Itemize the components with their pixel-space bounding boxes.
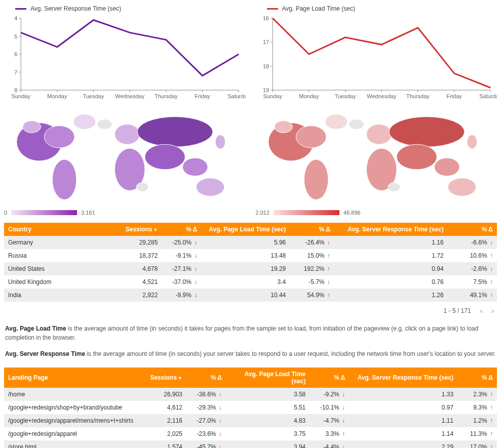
arrow-down-icon: ↓ — [342, 404, 345, 411]
table-row[interactable]: /store.html1,574-45.7% ↓3.94-4.4% ↓2.291… — [4, 440, 497, 448]
th-country[interactable]: Country — [4, 223, 103, 236]
cell-sessions: 4,521 — [103, 275, 162, 289]
th-l-plt-delta[interactable]: % Δ — [310, 368, 349, 388]
th-sessions-delta[interactable]: % Δ — [162, 223, 201, 236]
cell-sessions: 4,612 — [142, 401, 186, 414]
arrow-down-icon: ↓ — [194, 292, 197, 299]
cell-srt: 0.97 — [349, 401, 457, 414]
th-l-sessions-delta[interactable]: % Δ — [186, 368, 226, 388]
cell-country: Russia — [4, 249, 103, 262]
arrow-up-icon: ↑ — [327, 252, 330, 259]
cell-country: Germany — [4, 236, 103, 249]
plt-text: is the average amount of time (in second… — [5, 325, 478, 341]
table-row[interactable]: India2,922-9.9% ↓10.4454.9% ↑1.2649.1% ↑ — [4, 289, 497, 302]
svg-text:19: 19 — [263, 87, 269, 93]
svg-text:Tuesday: Tuesday — [334, 93, 356, 99]
svg-point-60 — [196, 178, 224, 196]
svg-point-52 — [23, 121, 41, 133]
srt-term: Avg. Server Response Time — [5, 350, 85, 357]
th-l-plt[interactable]: Avg. Page Load Time (sec) — [226, 368, 310, 388]
page-load-chart: Avg. Page Load Time (sec) 16171819Sunday… — [256, 4, 497, 101]
th-plt[interactable]: Avg. Page Load Time (sec) — [201, 223, 290, 236]
cell-sessions-delta: -9.9% ↓ — [162, 289, 201, 302]
arrow-up-icon: ↑ — [490, 252, 493, 259]
table-row[interactable]: United Kingdom4,521-37.0% ↓3.4-5.7% ↓0.7… — [4, 275, 497, 289]
svg-point-67 — [325, 114, 347, 130]
th-l-srt[interactable]: Avg. Server Response Time (sec) — [349, 368, 457, 388]
th-srt-delta[interactable]: % Δ — [448, 223, 497, 236]
cell-srt-delta: 9.3% ↑ — [457, 401, 497, 414]
arrow-up-icon: ↑ — [490, 430, 493, 437]
srt-text: is the average amount of time (in second… — [85, 350, 496, 357]
table-row[interactable]: /google+redesign/apparel2,025-23.6% ↓3.7… — [4, 427, 497, 440]
th-srt[interactable]: Avg. Server Response Time (sec) — [334, 223, 448, 236]
cell-sessions-delta: -38.6% ↓ — [186, 388, 226, 401]
svg-point-62 — [97, 119, 112, 130]
arrow-up-icon: ↑ — [327, 265, 330, 272]
server-response-chart: Avg. Server Response Time (sec) 45678Sun… — [4, 4, 246, 101]
table-row[interactable]: /google+redesign/apparel/mens/mens+t+shi… — [4, 414, 497, 427]
svg-point-73 — [434, 158, 459, 176]
cell-srt-delta: 49.1% ↑ — [448, 289, 497, 302]
svg-text:Thursday: Thursday — [406, 93, 429, 99]
table-row[interactable]: United States4,678-27.1% ↓19.29192.2% ↑0… — [4, 262, 497, 275]
th-sessions[interactable]: Sessions▼ — [103, 223, 162, 236]
table-row[interactable]: /home26,903-38.6% ↓3.58-9.2% ↓1.332.3% ↑ — [4, 388, 497, 401]
plt-term: Avg. Page Load Time — [5, 325, 66, 332]
page-map-svg — [256, 106, 497, 208]
cell-srt: 1.33 — [349, 388, 457, 401]
cell-plt-delta: -5.7% ↓ — [290, 275, 334, 289]
svg-text:Tuesday: Tuesday — [83, 93, 104, 99]
cell-plt: 5.51 — [226, 401, 310, 414]
cell-country: United Kingdom — [4, 275, 103, 289]
table-row[interactable]: Germany29,285-25.0% ↓5.96-26.4% ↓1.16-6.… — [4, 236, 497, 249]
pager-next-icon[interactable]: › — [491, 307, 494, 315]
cell-srt: 1.11 — [349, 414, 457, 427]
cell-srt: 1.26 — [334, 289, 448, 302]
cell-plt: 3.94 — [226, 440, 310, 448]
pager-prev-icon[interactable]: ‹ — [480, 307, 483, 315]
th-plt-delta[interactable]: % Δ — [290, 223, 334, 236]
cell-sessions-delta: -27.1% ↓ — [162, 262, 201, 275]
cell-sessions: 1,574 — [142, 440, 186, 448]
cell-sessions: 29,285 — [103, 236, 162, 249]
arrow-down-icon: ↓ — [194, 239, 197, 246]
cell-landing: /google+redesign/apparel/mens/mens+t+shi… — [4, 414, 142, 427]
cell-sessions: 4,678 — [103, 262, 162, 275]
svg-text:7: 7 — [14, 69, 17, 75]
cell-sessions-delta: -23.6% ↓ — [186, 427, 226, 440]
svg-text:Friday: Friday — [195, 93, 210, 99]
svg-point-72 — [396, 144, 436, 170]
svg-text:Wednesday: Wednesday — [367, 93, 396, 99]
pager-range: 1 - 5 / 171 — [444, 307, 471, 314]
cell-plt-delta: 15.0% ↑ — [290, 249, 334, 262]
th-landing[interactable]: Landing Page — [4, 368, 142, 388]
svg-point-71 — [389, 117, 465, 147]
th-l-sessions[interactable]: Sessions▼ — [142, 368, 186, 388]
cell-plt-delta: -26.4% ↓ — [290, 236, 334, 249]
cell-landing: /store.html — [4, 440, 142, 448]
server-gradient-bar — [11, 210, 77, 215]
th-l-srt-delta[interactable]: % Δ — [457, 368, 497, 388]
svg-point-61 — [215, 135, 225, 149]
cell-country: United States — [4, 262, 103, 275]
country-table: Country Sessions▼ % Δ Avg. Page Load Tim… — [4, 223, 497, 302]
table-row[interactable]: /google+redesign/shop+by+brand/youtube4,… — [4, 401, 497, 414]
arrow-down-icon: ↓ — [219, 430, 222, 437]
page-chart-svg: 16171819SundayMondayTuesdayWednesdayThur… — [256, 15, 497, 101]
cell-srt: 1.16 — [334, 236, 448, 249]
arrow-down-icon: ↓ — [490, 265, 493, 272]
arrow-down-icon: ↓ — [219, 391, 222, 398]
cell-srt: 0.94 — [334, 262, 448, 275]
cell-srt-delta: 2.3% ↑ — [457, 388, 497, 401]
cell-landing: /google+redesign/shop+by+brand/youtube — [4, 401, 142, 414]
svg-point-69 — [366, 124, 392, 144]
landing-table: Landing Page Sessions▼ % Δ Avg. Page Loa… — [4, 368, 497, 448]
arrow-down-icon: ↓ — [194, 278, 197, 286]
cell-sessions: 2,025 — [142, 427, 186, 440]
cell-plt-delta: -10.1% ↓ — [310, 401, 349, 414]
svg-point-75 — [467, 135, 477, 149]
cell-plt: 3.4 — [201, 275, 290, 289]
table-row[interactable]: Russia18,372-9.1% ↓13.4815.0% ↑1.7210.6%… — [4, 249, 497, 262]
cell-plt-delta: -4.7% ↓ — [310, 414, 349, 427]
